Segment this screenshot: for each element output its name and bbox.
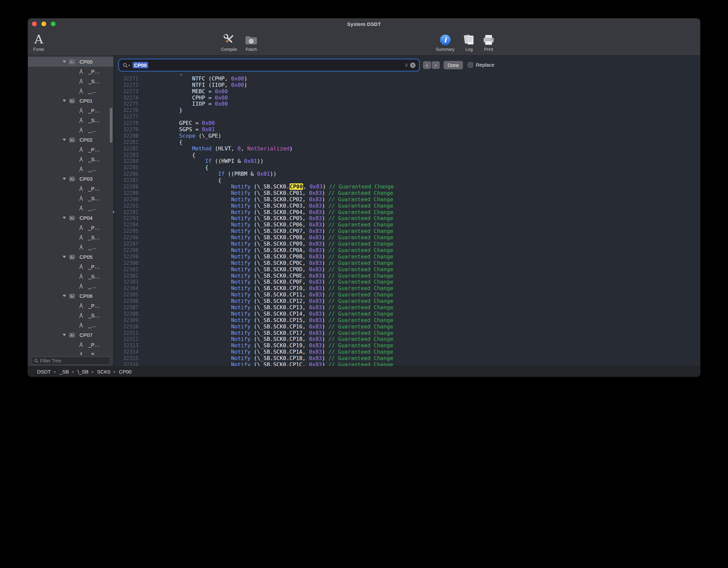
tree-child-node[interactable]: _… [28,203,113,213]
breadcrumb-item[interactable]: \_SB [77,369,89,375]
tree-node-cp02[interactable]: CP02 [28,135,113,145]
tree-child-node[interactable]: _S… [28,154,113,164]
tree-child-node[interactable]: _S… [28,115,113,125]
line-number: 32309 [114,317,138,324]
code-line: 32279 SGPS = 0x01 [114,127,700,133]
minimize-button[interactable] [41,22,46,26]
line-number: 32295 [114,228,138,235]
code-text: Notify (\_SB.SCK0.CP1A, 0x83) // Guarant… [153,349,393,355]
tree-node-label: _P… [88,69,100,75]
code-text: { [153,139,183,146]
disclosure-down-icon[interactable] [63,139,66,141]
code-text: Notify (\_SB.SCK0.CP0E, 0x83) // Guarant… [153,273,393,279]
zoom-button[interactable] [51,22,56,26]
disclosure-down-icon[interactable] [63,100,66,102]
line-number: 32312 [114,336,138,343]
tree-child-node[interactable]: _S… [28,311,113,320]
print-button[interactable]: Print [472,31,505,52]
search-menu-icon[interactable] [123,63,131,68]
line-number: 32303 [114,279,138,285]
tree-node-cp05[interactable]: CP05 [28,252,113,262]
tree-child-node[interactable]: _… [28,281,113,291]
tree-child-node[interactable]: _S… [28,272,113,281]
tree-node-label: _S… [88,352,100,355]
line-number: 32316 [114,362,138,366]
method-icon [78,264,84,270]
disclosure-down-icon[interactable] [63,178,66,180]
code-line: 32276 } [114,107,700,114]
breadcrumb-separator-icon: ▸ [114,369,116,374]
find-previous-button[interactable]: ‹ [423,61,431,69]
method-icon [78,117,84,123]
line-number: 32282 [114,146,138,152]
tree-node-cp00[interactable]: CP00 [28,57,113,67]
tree-child-node[interactable]: _P… [28,106,113,115]
line-number: 32304 [114,285,138,292]
tree-child-node[interactable]: _S… [28,233,113,242]
tree-node-cp06[interactable]: CP06 [28,291,113,301]
clear-search-button[interactable]: ✕ [410,63,416,68]
breadcrumb-separator-icon: ▸ [92,369,94,374]
code-line: 32313 Notify (\_SB.SCK0.CP19, 0x83) // G… [114,343,700,349]
tree-child-node[interactable]: _… [28,86,113,96]
tree-child-node[interactable]: _P… [28,145,113,154]
search-field[interactable]: CP00 3 ✕ [120,60,419,70]
tree-node-label: _… [88,88,96,94]
tree-child-node[interactable]: _… [28,125,113,135]
tree-child-node[interactable]: _P… [28,262,113,272]
tree-child-node[interactable]: _S… [28,350,113,355]
line-number: 32284 [114,158,138,165]
scope-icon [69,176,75,182]
disclosure-down-icon[interactable] [63,61,66,63]
tree-child-node[interactable]: _P… [28,340,113,350]
tree-node-cp07[interactable]: CP07 [28,330,113,340]
breadcrumb-item[interactable]: _SB [59,369,69,375]
code-line: 32271 NTFC (CPHP, 0x00) [114,76,700,82]
tree-node-cp04[interactable]: CP04 [28,213,113,223]
tree-child-node[interactable]: _P… [28,184,113,193]
disclosure-down-icon[interactable] [63,295,66,297]
tree-child-node[interactable]: _P… [28,301,113,311]
disclosure-down-icon[interactable] [63,256,66,258]
tree-node-cp03[interactable]: CP03 [28,174,113,184]
replace-checkbox[interactable] [468,62,473,68]
method-icon [78,235,84,241]
line-number: 32297 [114,241,138,247]
close-button[interactable] [32,22,37,26]
tree-node-label: _P… [88,108,100,114]
tree-node-label: _S… [88,117,100,123]
code-line: 32281 { [114,139,700,146]
search-input[interactable]: CP00 [133,62,148,68]
breadcrumb-item[interactable]: DSDT [37,369,51,375]
code-line: 32284 If ((HWPI & 0x01)) [114,158,700,165]
tree-node-label: CP02 [79,137,93,143]
filter-tree-input[interactable] [40,358,102,363]
tree-child-node[interactable]: _S… [28,76,113,86]
code-line: 32297 Notify (\_SB.SCK0.CP09, 0x83) // G… [114,241,700,247]
disclosure-down-icon[interactable] [63,334,66,336]
breadcrumb-item[interactable]: CP00 [119,369,132,375]
done-button[interactable]: Done [443,61,463,69]
code-line: 32282 Method (HLVT, 0, NotSerialized) [114,146,700,152]
filter-tree-field[interactable] [31,357,110,365]
sidebar-scrollbar[interactable] [110,108,112,143]
tree-child-node[interactable]: _S… [28,193,113,203]
code-editor[interactable]: 32270 {32271 NTFC (CPHP, 0x00)32272 NTFI… [114,74,700,366]
dsdt-tree[interactable]: CP00_P…_S…_…CP01_P…_S…_…CP02_P…_S…_…CP03… [28,56,113,355]
patch-button[interactable]: Patch [235,31,267,52]
tree-node-label: CP06 [79,293,93,299]
disclosure-down-icon[interactable] [63,217,66,219]
tree-child-node[interactable]: _P… [28,223,113,233]
code-line: 32275 IIOP = 0x00 [114,101,700,107]
tree-child-node[interactable]: _P… [28,67,113,76]
fonts-button[interactable]: A Fonts [28,31,55,52]
code-text: Notify (\_SB.SCK0.CP1B, 0x83) // Guarant… [153,355,393,362]
code-text: Notify (\_SB.SCK0.CP19, 0x83) // Guarant… [153,343,393,349]
find-next-button[interactable]: › [432,61,440,69]
tree-child-node[interactable]: _… [28,242,113,252]
code-line: 32286 If ((PRBM & 0x01)) [114,171,700,177]
tree-node-cp01[interactable]: CP01 [28,96,113,106]
tree-child-node[interactable]: _… [28,164,113,174]
breadcrumb-item[interactable]: SCK0 [97,369,110,375]
tree-child-node[interactable]: _… [28,320,113,330]
